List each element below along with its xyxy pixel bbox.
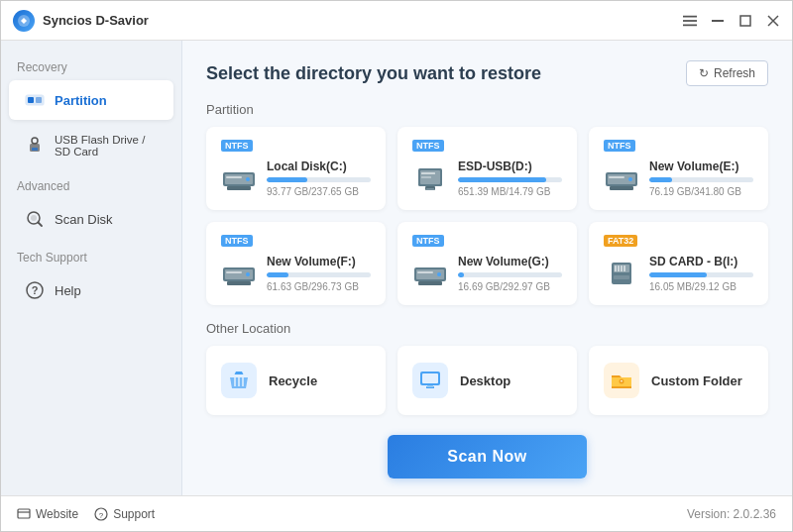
drive-info-d: ESD-USB(D:) 651.39 MB/14.79 GB xyxy=(458,160,562,197)
refresh-icon: ↻ xyxy=(699,66,709,80)
support-icon: ? xyxy=(94,507,108,521)
sidebar-section-tech-support: Tech Support xyxy=(1,241,181,268)
website-icon xyxy=(17,507,31,521)
refresh-button[interactable]: ↻ Refresh xyxy=(686,60,768,86)
scan-button-area: Scan Now xyxy=(206,435,768,479)
drive-size-e: 76.19 GB/341.80 GB xyxy=(649,186,753,197)
svg-point-43 xyxy=(437,272,441,276)
svg-rect-50 xyxy=(623,266,625,271)
svg-rect-9 xyxy=(28,97,34,103)
svg-rect-10 xyxy=(36,97,42,103)
drive-icon-sd xyxy=(604,260,639,287)
support-link[interactable]: ? Support xyxy=(94,507,155,521)
svg-rect-5 xyxy=(740,16,750,26)
svg-rect-32 xyxy=(610,186,633,190)
drive-card-c[interactable]: NTFS Local Disk(C:) xyxy=(206,127,386,210)
drive-info-c: Local Disk(C:) 93.77 GB/237.65 GB xyxy=(267,160,371,197)
bottom-links: Website ? Support xyxy=(17,507,155,521)
drive-size-c: 93.77 GB/237.65 GB xyxy=(267,186,371,197)
website-link[interactable]: Website xyxy=(17,507,78,521)
version-label: Version: 2.0.2.36 xyxy=(687,507,776,521)
drive-card-g[interactable]: NTFS New Volume(G:) xyxy=(397,222,577,305)
svg-rect-55 xyxy=(427,385,433,387)
content-header: Select the directory you want to restore… xyxy=(206,60,768,86)
drive-icon-c xyxy=(221,164,257,192)
svg-point-33 xyxy=(628,177,632,181)
drive-info-f: New Volume(F:) 61.63 GB/296.73 GB xyxy=(267,255,371,292)
drive-card-e[interactable]: NTFS New Volume(E:) xyxy=(589,127,768,210)
sidebar-item-usb-label: USB Flash Drive / SD Card xyxy=(55,134,158,158)
usb-icon xyxy=(25,136,45,156)
svg-line-15 xyxy=(39,223,43,227)
svg-point-16 xyxy=(31,215,37,221)
fs-badge-f: NTFS xyxy=(221,235,253,247)
recycle-icon xyxy=(221,363,257,398)
other-name-desktop: Desktop xyxy=(460,373,510,388)
drive-card-d[interactable]: NTFS ESD-USB(D:) xyxy=(397,127,577,210)
svg-rect-12 xyxy=(32,148,38,151)
svg-rect-39 xyxy=(226,271,242,273)
drive-name-g: New Volume(G:) xyxy=(458,255,562,268)
bottombar: Website ? Support Version: 2.0.2.36 xyxy=(1,495,792,531)
other-name-folder: Custom Folder xyxy=(651,373,742,388)
close-button[interactable] xyxy=(766,14,780,28)
desktop-icon xyxy=(412,363,448,398)
svg-rect-47 xyxy=(615,266,617,271)
svg-rect-48 xyxy=(618,266,620,271)
drive-info-g: New Volume(G:) 16.69 GB/292.97 GB xyxy=(458,255,562,292)
svg-rect-3 xyxy=(683,24,697,26)
svg-rect-57 xyxy=(18,509,30,518)
scan-now-button[interactable]: Scan Now xyxy=(388,435,586,479)
fs-badge-g: NTFS xyxy=(412,235,444,247)
svg-rect-44 xyxy=(417,271,433,273)
drive-icon-f xyxy=(221,260,257,287)
sidebar: Recovery Partition USB Flash Drive / SD … xyxy=(1,41,182,495)
drive-card-f[interactable]: NTFS New Volume(F:) xyxy=(206,222,386,305)
sidebar-section-advanced: Advanced xyxy=(1,169,181,197)
svg-rect-2 xyxy=(683,20,697,22)
drive-size-g: 16.69 GB/292.97 GB xyxy=(458,281,562,292)
app-title: Syncios D-Savior xyxy=(43,13,149,28)
minimize-button[interactable] xyxy=(711,14,725,28)
scan-disk-icon xyxy=(25,209,45,229)
sidebar-item-partition[interactable]: Partition xyxy=(9,80,173,120)
sidebar-item-help[interactable]: ? Help xyxy=(9,270,173,310)
svg-rect-4 xyxy=(712,20,724,22)
svg-rect-23 xyxy=(226,176,242,178)
menu-icon[interactable] xyxy=(683,14,697,28)
maximize-button[interactable] xyxy=(738,14,752,28)
sidebar-item-scan-disk-label: Scan Disk xyxy=(55,212,113,227)
other-card-folder[interactable]: Custom Folder xyxy=(589,346,768,415)
drive-info-sd: SD CARD - B(I:) 16.05 MB/29.12 GB xyxy=(649,255,753,292)
sidebar-item-help-label: Help xyxy=(55,283,81,298)
fs-badge-e: NTFS xyxy=(604,140,635,152)
other-card-recycle[interactable]: Recycle xyxy=(206,346,386,415)
folder-icon xyxy=(604,363,639,398)
fs-badge-d: NTFS xyxy=(412,140,444,152)
drive-icon-e xyxy=(604,164,639,192)
svg-rect-49 xyxy=(621,266,623,271)
drive-size-f: 61.63 GB/296.73 GB xyxy=(267,281,371,292)
window-controls xyxy=(683,14,780,28)
svg-rect-27 xyxy=(426,188,434,190)
refresh-label: Refresh xyxy=(714,66,755,80)
svg-rect-28 xyxy=(421,172,435,174)
svg-rect-29 xyxy=(421,176,431,178)
other-card-desktop[interactable]: Desktop xyxy=(397,346,577,415)
sidebar-item-scan-disk[interactable]: Scan Disk xyxy=(9,199,173,239)
svg-point-38 xyxy=(246,272,250,276)
drive-name-e: New Volume(E:) xyxy=(649,160,753,173)
support-label: Support xyxy=(113,507,155,521)
drive-name-f: New Volume(F:) xyxy=(267,255,371,268)
other-name-recycle: Recycle xyxy=(269,373,317,388)
svg-point-13 xyxy=(32,138,38,144)
app-logo-icon xyxy=(13,10,35,32)
sidebar-item-partition-label: Partition xyxy=(55,93,107,108)
drive-card-sd[interactable]: FAT32 xyxy=(589,222,768,305)
drive-size-d: 651.39 MB/14.79 GB xyxy=(458,186,562,197)
sidebar-item-usb[interactable]: USB Flash Drive / SD Card xyxy=(9,124,173,167)
partition-section-label: Partition xyxy=(206,102,768,117)
svg-rect-53 xyxy=(422,373,438,383)
fs-badge-sd: FAT32 xyxy=(604,235,637,247)
svg-point-22 xyxy=(246,177,250,181)
